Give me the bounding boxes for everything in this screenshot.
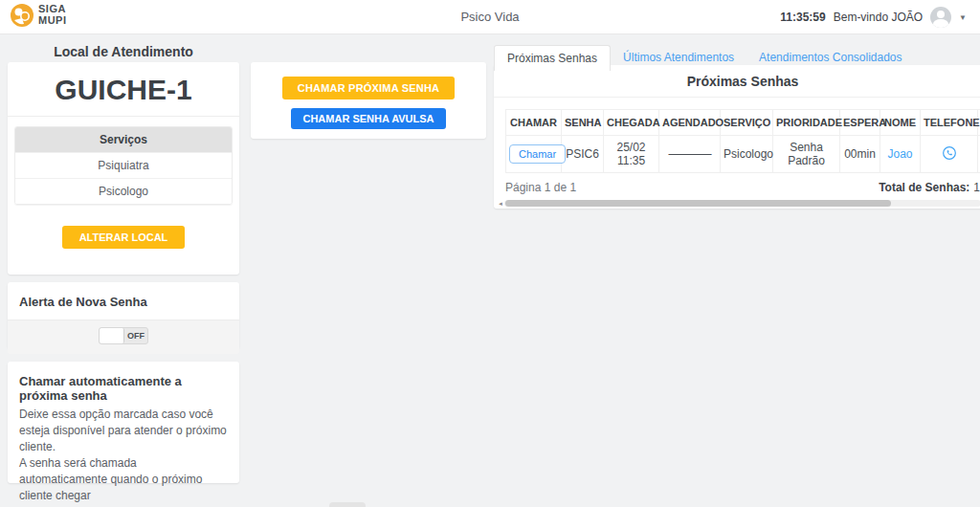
tab-proximas-senhas[interactable]: Próximas Senhas <box>494 45 611 71</box>
col-nome: NOME <box>880 110 921 136</box>
call-next-ticket-button[interactable]: CHAMAR PRÓXIMA SENHA <box>282 77 455 99</box>
call-actions-card: CHAMAR PRÓXIMA SENHA CHAMAR SENHA AVULSA <box>251 62 486 139</box>
queue-table: CHAMAR SENHA CHEGADA AGENDADO SERVIÇO PR… <box>505 109 980 173</box>
alert-toggle-strip: OFF <box>8 320 239 354</box>
col-agendado: AGENDADO <box>659 110 721 136</box>
location-name: GUICHE-1 <box>8 62 239 117</box>
cell-prioridade: Senha Padrão <box>773 136 840 173</box>
total-wrap: Total de Senhas:1 <box>879 181 980 194</box>
alert-toggle[interactable]: OFF <box>99 327 148 344</box>
call-ticket-row-button[interactable]: Chamar <box>509 144 566 164</box>
cell-chegada-time: 11:35 <box>607 154 656 167</box>
clock: 11:35:59 <box>780 11 825 24</box>
horizontal-scrollbar: ◄ ► <box>496 200 980 208</box>
avatar-head-icon <box>937 11 945 18</box>
scroll-left-arrow-icon[interactable]: ◄ <box>498 201 503 207</box>
top-right-area: 11:35:59 Bem-vindo JOÃO ▼ <box>780 0 967 34</box>
scrollbar-track[interactable] <box>504 200 980 207</box>
tab-ultimos-atendimentos[interactable]: Últimos Atendimentos <box>611 45 746 70</box>
services-table: Serviços Psiquiatra Psicologo <box>14 126 233 205</box>
scrollbar-thumb[interactable] <box>505 200 891 207</box>
total-value: 1 <box>973 181 980 194</box>
cell-servico: Psicologo <box>721 136 773 173</box>
alert-toggle-handle <box>100 328 124 343</box>
bottom-peek-element <box>329 502 366 507</box>
local-heading: Local de Atendimento <box>8 44 239 59</box>
total-label: Total de Senhas: <box>879 181 969 194</box>
col-servico: SERVIÇO <box>721 110 773 136</box>
avatar-shoulders-icon <box>933 19 948 28</box>
queue-footer: Página 1 de 1 Total de Senhas:1 <box>505 181 980 194</box>
table-row: Chamar PSIC6 25/02 11:35 ———— Psicologo … <box>506 136 980 173</box>
change-location-button[interactable]: ALTERAR LOCAL <box>62 226 186 249</box>
auto-call-description-line1: Deixe essa opção marcada caso você estej… <box>19 407 228 455</box>
service-item-psiquiatra[interactable]: Psiquiatra <box>15 152 232 178</box>
call-manual-ticket-button[interactable]: CHAMAR SENHA AVULSA <box>291 108 445 129</box>
col-chamar: CHAMAR <box>506 110 562 136</box>
queue-tabs: Próximas Senhas Últimos Atendimentos Ate… <box>494 44 915 70</box>
services-header: Serviços <box>15 127 232 152</box>
tab-atendimentos-consolidados[interactable]: Atendimentos Consolidados <box>746 45 914 70</box>
user-menu-caret-icon[interactable]: ▼ <box>959 13 967 22</box>
col-senha: SENHA <box>562 110 604 136</box>
pagination-label: Página 1 de 1 <box>505 181 576 194</box>
col-telefone: TELEFONE <box>921 110 978 136</box>
cell-nome-link[interactable]: Joao <box>887 147 912 161</box>
col-chegada: CHEGADA <box>604 110 659 136</box>
top-bar: SIGA MUPI Psico Vida 11:35:59 Bem-vindo … <box>0 0 980 34</box>
auto-call-title: Chamar automaticamente a próxima senha <box>8 362 239 407</box>
col-prioridade: PRIORIDADE <box>773 110 840 136</box>
alert-title: Alerta de Nova Senha <box>8 282 239 320</box>
welcome-text: Bem-vindo JOÃO <box>834 11 923 24</box>
alert-toggle-state: OFF <box>124 328 147 343</box>
cell-agendado: ———— <box>669 147 711 161</box>
auto-call-description: Deixe essa opção marcada caso você estej… <box>8 407 239 507</box>
auto-call-card: Chamar automaticamente a próxima senha D… <box>8 362 239 483</box>
cell-senha: PSIC6 <box>562 136 604 173</box>
auto-call-description-line2: A senha será chamada automaticamente qua… <box>19 455 228 504</box>
queue-table-wrap: CHAMAR SENHA CHEGADA AGENDADO SERVIÇO PR… <box>505 109 980 173</box>
local-card: GUICHE-1 Serviços Psiquiatra Psicologo A… <box>8 62 239 275</box>
whatsapp-icon[interactable] <box>942 145 957 161</box>
app-root: SIGA MUPI Psico Vida 11:35:59 Bem-vindo … <box>0 0 980 507</box>
service-item-psicologo[interactable]: Psicologo <box>15 178 232 204</box>
cell-telefone <box>921 136 978 173</box>
cell-chegada: 25/02 11:35 <box>604 136 659 173</box>
cell-chegada-date: 25/02 <box>607 141 656 154</box>
new-ticket-alert-card: Alerta de Nova Senha OFF <box>8 282 239 349</box>
cell-espera: 00min <box>840 136 880 173</box>
queue-card: Próximas Senhas CHAMAR SENHA CHEGADA AGE… <box>494 65 980 209</box>
col-espera: ESPERA <box>840 110 880 136</box>
user-avatar[interactable] <box>930 7 951 28</box>
queue-header-row: CHAMAR SENHA CHEGADA AGENDADO SERVIÇO PR… <box>506 110 980 136</box>
